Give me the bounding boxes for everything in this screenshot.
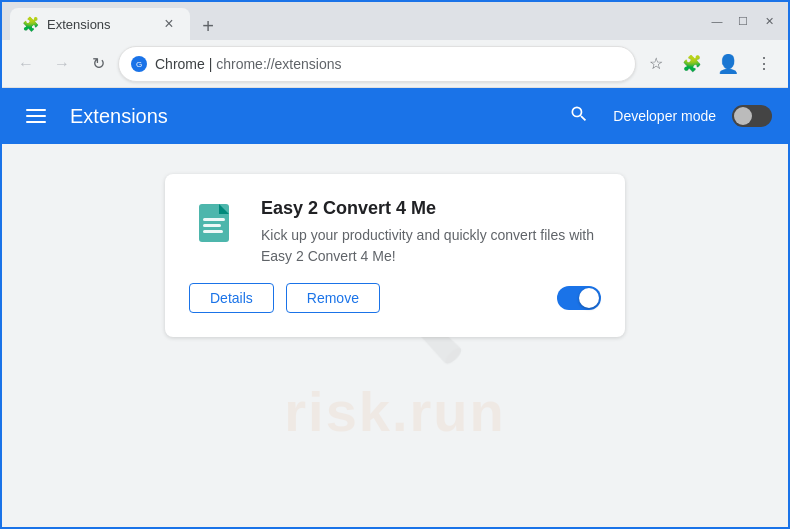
- tab-label: Extensions: [47, 17, 152, 32]
- extensions-button[interactable]: 🧩: [676, 48, 708, 80]
- developer-mode-toggle[interactable]: [732, 105, 772, 127]
- svg-text:G: G: [136, 60, 142, 69]
- svg-rect-4: [203, 218, 225, 221]
- extension-card-actions: Details Remove: [189, 283, 601, 313]
- reload-icon: ↻: [92, 54, 105, 73]
- remove-button[interactable]: Remove: [286, 283, 380, 313]
- close-window-button[interactable]: ✕: [762, 15, 776, 28]
- search-button[interactable]: [561, 96, 597, 137]
- address-bar[interactable]: G Chrome | chrome://extensions: [118, 46, 636, 82]
- extensions-puzzle-icon: 🧩: [682, 54, 702, 73]
- tab-close-button[interactable]: ×: [160, 15, 178, 33]
- tab-extension-icon: 🧩: [22, 16, 39, 32]
- account-icon: 👤: [717, 53, 739, 75]
- developer-mode-toggle-knob: [734, 107, 752, 125]
- new-tab-button[interactable]: +: [194, 12, 222, 40]
- back-button[interactable]: ←: [10, 48, 42, 80]
- developer-mode-label: Developer mode: [613, 108, 716, 124]
- bookmark-button[interactable]: ☆: [640, 48, 672, 80]
- hamburger-line-2: [26, 115, 46, 117]
- address-url: chrome://extensions: [216, 56, 341, 72]
- extension-card-top: Easy 2 Convert 4 Me Kick up your product…: [189, 198, 601, 267]
- extension-enabled-toggle[interactable]: [557, 286, 601, 310]
- title-bar: 🧩 Extensions × + — ☐ ✕: [2, 2, 788, 40]
- extension-info: Easy 2 Convert 4 Me Kick up your product…: [261, 198, 601, 267]
- forward-button[interactable]: →: [46, 48, 78, 80]
- active-tab[interactable]: 🧩 Extensions ×: [10, 8, 190, 40]
- extension-name: Easy 2 Convert 4 Me: [261, 198, 601, 219]
- back-icon: ←: [18, 55, 34, 73]
- hamburger-menu-button[interactable]: [18, 101, 54, 131]
- extensions-header: Extensions Developer mode: [2, 88, 788, 144]
- nav-right-icons: ☆ 🧩 👤 ⋮: [640, 48, 780, 80]
- hamburger-line-1: [26, 109, 46, 111]
- site-security-icon: G: [131, 56, 147, 72]
- browser-window: 🧩 Extensions × + — ☐ ✕ ← → ↻ G: [2, 2, 788, 527]
- nav-bar: ← → ↻ G Chrome | chrome://extensions ☆: [2, 40, 788, 88]
- reload-button[interactable]: ↻: [82, 48, 114, 80]
- details-button[interactable]: Details: [189, 283, 274, 313]
- maximize-button[interactable]: ☐: [736, 15, 750, 28]
- svg-rect-5: [203, 224, 221, 227]
- window-controls: — ☐ ✕: [710, 15, 780, 28]
- minimize-button[interactable]: —: [710, 15, 724, 27]
- chrome-menu-icon: ⋮: [756, 54, 772, 73]
- extension-enabled-toggle-knob: [579, 288, 599, 308]
- hamburger-line-3: [26, 121, 46, 123]
- extension-icon-container: [189, 198, 241, 250]
- svg-rect-6: [203, 230, 223, 233]
- watermark-text: risk.run: [284, 379, 505, 444]
- extensions-content: 🔍 risk.run: [2, 144, 788, 527]
- extension-icon: [189, 198, 241, 250]
- extensions-page-title: Extensions: [70, 105, 545, 128]
- address-domain: Chrome: [155, 56, 205, 72]
- extension-description: Kick up your productivity and quickly co…: [261, 225, 601, 267]
- tab-area: 🧩 Extensions × +: [10, 2, 710, 40]
- address-text: Chrome | chrome://extensions: [155, 56, 623, 72]
- bookmark-icon: ☆: [649, 54, 663, 73]
- forward-icon: →: [54, 55, 70, 73]
- extension-card: Easy 2 Convert 4 Me Kick up your product…: [165, 174, 625, 337]
- account-button[interactable]: 👤: [712, 48, 744, 80]
- chrome-menu-button[interactable]: ⋮: [748, 48, 780, 80]
